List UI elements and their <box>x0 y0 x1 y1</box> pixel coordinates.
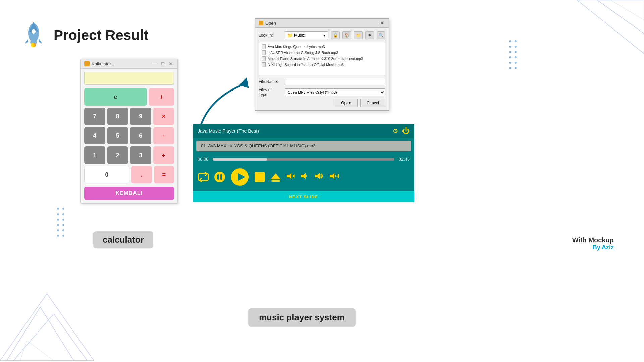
player-title: Java Music Player (The Best) <box>198 128 259 134</box>
dialog-close-button[interactable]: ✕ <box>379 20 385 26</box>
file-icon <box>262 44 266 49</box>
repeat-button[interactable] <box>198 172 209 182</box>
calculator-label: calculator <box>93 231 153 248</box>
power-icon[interactable]: ⏻ <box>402 127 410 135</box>
file-item[interactable]: Mozart Piano Sonata In A minor K 310 3rd… <box>260 56 384 62</box>
project-title: Project Result <box>54 27 148 43</box>
volume-low-button[interactable] <box>300 172 310 182</box>
svg-rect-23 <box>255 172 265 182</box>
eight-button[interactable]: 8 <box>107 108 128 125</box>
multiply-button[interactable]: × <box>153 108 174 125</box>
minimize-button[interactable]: — <box>151 61 158 66</box>
svg-marker-16 <box>239 76 252 88</box>
dialog-buttons: Open Cancel <box>259 99 385 107</box>
current-time: 00.00 <box>198 157 209 162</box>
minus-button[interactable]: - <box>153 127 174 144</box>
zero-button[interactable]: 0 <box>84 166 129 183</box>
svg-rect-19 <box>217 174 219 180</box>
triangle-decoration-tr <box>537 0 644 75</box>
calculator-titlebar: Kalkulator... — □ ✕ <box>81 59 177 69</box>
calculator-body: c / 7 8 9 × 4 5 6 - 1 2 3 + 0 . = <box>81 88 177 203</box>
file-icon <box>262 50 266 55</box>
toolbar-btn-5[interactable]: 🔍 <box>377 31 385 39</box>
svg-marker-10 <box>25 39 28 44</box>
dot-button[interactable]: . <box>131 166 152 183</box>
music-player: Java Music Player (The Best) ⚙ ⏻ 01. AVA… <box>193 124 414 202</box>
file-item[interactable]: Ava Max Kings Queens Lyrics.mp3 <box>260 44 384 50</box>
credit-line1: With Mockup <box>572 236 614 244</box>
settings-icon[interactable]: ⚙ <box>393 127 398 135</box>
svg-marker-4 <box>577 0 644 54</box>
track-display: 01. AVA MAX - kINGS & QUEENS (OFFICIAL M… <box>196 141 411 151</box>
svg-marker-26 <box>287 173 291 179</box>
svg-rect-20 <box>220 174 222 180</box>
rocket-icon <box>20 20 47 50</box>
one-button[interactable]: 1 <box>84 146 105 164</box>
next-slide-label: NEXT SLIDE <box>289 194 318 199</box>
equals-button[interactable]: = <box>154 166 174 183</box>
header: Project Result <box>20 20 148 50</box>
eject-button[interactable] <box>270 172 281 182</box>
dot-decoration-left-mid <box>57 208 64 237</box>
toolbar-btn-1[interactable]: 🔒 <box>331 31 340 39</box>
toolbar-btn-2[interactable]: 🏠 <box>342 31 351 39</box>
calculator-window-icon <box>84 61 90 66</box>
svg-point-9 <box>31 29 36 34</box>
file-icon <box>262 56 266 61</box>
four-button[interactable]: 4 <box>84 127 105 144</box>
svg-marker-11 <box>39 39 42 44</box>
volume-high-button[interactable] <box>329 172 340 182</box>
kembali-button[interactable]: KEMBALI <box>84 187 174 200</box>
triangle-decoration <box>0 260 94 362</box>
stop-button[interactable] <box>254 171 265 183</box>
svg-marker-6 <box>610 0 644 20</box>
volume-medium-button[interactable] <box>314 172 324 182</box>
svg-marker-2 <box>13 314 87 361</box>
progress-fill <box>213 158 267 161</box>
file-name-label: File Name: <box>259 79 282 84</box>
three-button[interactable]: 3 <box>130 146 151 164</box>
divide-button[interactable]: / <box>149 88 174 106</box>
six-button[interactable]: 6 <box>130 127 151 144</box>
open-button[interactable]: Open <box>335 99 357 107</box>
cancel-button[interactable]: Cancel <box>360 99 385 107</box>
two-button[interactable]: 2 <box>107 146 128 164</box>
svg-rect-25 <box>271 180 280 182</box>
dialog-body: Look In: 📁 Music ▼ 🔒 🏠 📁 ≡ 🔍 Ava Max Kin… <box>255 28 389 110</box>
total-time: 02.43 <box>398 157 410 162</box>
file-item[interactable]: NIKI High School in Jakarta Official Mus… <box>260 62 384 68</box>
calculator-window-title: Kalkulator... <box>92 61 114 66</box>
close-button[interactable]: ✕ <box>168 61 174 66</box>
next-slide-button[interactable]: NEXT SLIDE <box>193 191 414 202</box>
files-type-label: Files of Type: <box>259 87 282 97</box>
file-icon <box>262 62 266 67</box>
open-dialog: Open ✕ Look In: 📁 Music ▼ 🔒 🏠 📁 ≡ 🔍 Ava … <box>255 18 389 111</box>
player-titlebar: Java Music Player (The Best) ⚙ ⏻ <box>193 124 414 138</box>
player-titlebar-icons: ⚙ ⏻ <box>393 127 410 135</box>
file-item[interactable]: HAUSER Air on the G String J S Bach.mp3 <box>260 50 384 56</box>
dialog-titlebar: Open ✕ <box>255 19 389 28</box>
progress-bar[interactable] <box>213 158 395 161</box>
play-button[interactable] <box>230 168 249 186</box>
toolbar-btn-4[interactable]: ≡ <box>365 31 374 39</box>
files-type-select[interactable]: Open MP3 Files Only! (*.mp3) <box>285 88 385 96</box>
player-controls <box>193 164 414 191</box>
plus-button[interactable]: + <box>153 146 174 164</box>
five-button[interactable]: 5 <box>107 127 128 144</box>
volume-mute-button[interactable] <box>286 172 296 182</box>
file-name-input[interactable] <box>285 78 385 85</box>
nine-button[interactable]: 9 <box>130 108 151 125</box>
toolbar-btn-3[interactable]: 📁 <box>354 31 363 39</box>
svg-point-18 <box>214 172 225 182</box>
seven-button[interactable]: 7 <box>84 108 105 125</box>
svg-point-15 <box>33 44 35 47</box>
file-list: Ava Max Kings Queens Lyrics.mp3 HAUSER A… <box>259 42 385 75</box>
progress-area: 00.00 02.43 <box>193 154 414 164</box>
pause-button[interactable] <box>214 171 226 183</box>
svg-marker-29 <box>301 173 306 179</box>
dialog-icon <box>259 21 263 25</box>
look-in-select[interactable]: 📁 Music ▼ <box>285 31 328 39</box>
clear-button[interactable]: c <box>84 88 147 106</box>
svg-marker-5 <box>597 0 644 34</box>
maximize-button[interactable]: □ <box>161 61 165 66</box>
